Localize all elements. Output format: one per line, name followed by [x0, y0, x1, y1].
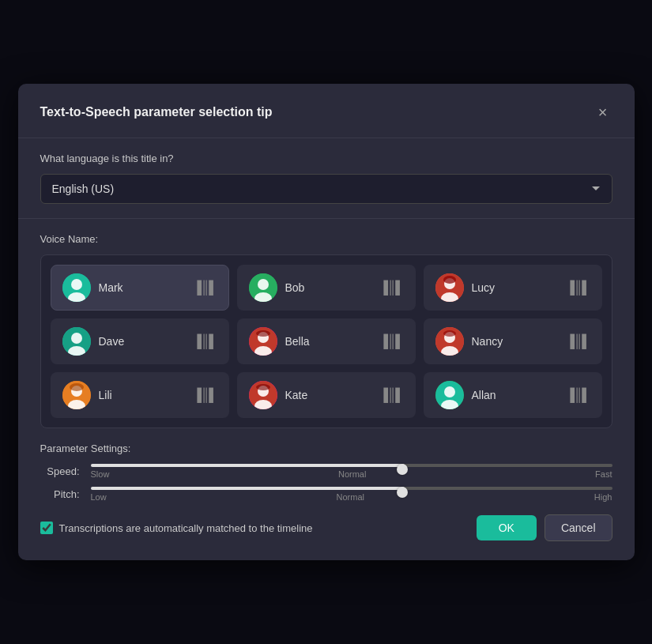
speed-label: Speed: [40, 465, 80, 477]
waveform-lili: ▐║▌ [192, 388, 217, 402]
voice-name-dave: Dave [99, 335, 185, 348]
svg-point-9 [443, 276, 456, 284]
waveform-lucy: ▐║▌ [565, 281, 590, 295]
waveform-bella: ▐║▌ [379, 334, 403, 348]
avatar-bob [249, 273, 277, 302]
waveform-nancy: ▐║▌ [565, 334, 590, 348]
avatar-allan [435, 381, 464, 409]
avatar-dave [62, 327, 91, 356]
speed-ticks: Slow Normal Fast [91, 469, 612, 479]
dialog: Text-to-Speech parameter selection tip ×… [18, 84, 635, 560]
waveform-allan: ▐║▌ [565, 388, 590, 402]
speed-tick-slow: Slow [91, 469, 110, 479]
voice-card-bella[interactable]: Bella ▐║▌ [237, 318, 416, 364]
dialog-footer: Transcriptions are automatically matched… [40, 514, 612, 541]
checkbox-label: Transcriptions are automatically matched… [59, 522, 313, 534]
pitch-row: Pitch: Low Normal High [40, 487, 612, 502]
header-divider [18, 137, 635, 138]
svg-point-16 [256, 330, 270, 337]
svg-point-20 [443, 330, 456, 337]
language-select[interactable]: English (US) English (UK) Spanish French… [40, 174, 612, 204]
voice-name-lucy: Lucy [472, 281, 558, 294]
param-section: Parameter Settings: Speed: Slow Normal F… [40, 443, 612, 502]
svg-point-4 [258, 279, 269, 290]
waveform-dave: ▐║▌ [192, 334, 217, 348]
speed-tick-normal: Normal [338, 469, 366, 479]
speed-tick-fast: Fast [595, 469, 612, 479]
svg-point-24 [70, 383, 84, 391]
waveform-bob: ▐║▌ [379, 281, 403, 295]
avatar-mark [62, 273, 91, 302]
ok-button[interactable]: OK [477, 515, 537, 540]
voice-name-kate: Kate [285, 389, 371, 401]
pitch-tick-high: High [594, 492, 612, 502]
speed-row: Speed: Slow Normal Fast [40, 464, 612, 479]
voice-card-nancy[interactable]: Nancy ▐║▌ [424, 318, 602, 364]
dialog-title: Text-to-Speech parameter selection tip [40, 105, 273, 119]
svg-point-30 [444, 386, 455, 397]
pitch-tick-normal: Normal [337, 492, 364, 502]
voice-card-kate[interactable]: Kate ▐║▌ [237, 372, 416, 418]
section-divider [18, 218, 635, 219]
voice-name-lili: Lili [99, 389, 185, 401]
voice-card-lucy[interactable]: Lucy ▐║▌ [424, 265, 602, 311]
language-question: What language is this title in? [40, 153, 612, 164]
pitch-tick-low: Low [91, 492, 107, 502]
param-section-label: Parameter Settings: [40, 443, 612, 454]
voice-grid-container: Mark ▐║▌ Bob ▐║▌ [40, 254, 612, 428]
avatar-nancy [435, 327, 464, 356]
close-button[interactable]: × [594, 103, 612, 122]
dialog-header: Text-to-Speech parameter selection tip × [40, 103, 612, 122]
avatar-lili [62, 381, 91, 409]
voice-name-bella: Bella [285, 335, 371, 348]
cancel-button[interactable]: Cancel [545, 514, 612, 541]
voice-card-dave[interactable]: Dave ▐║▌ [51, 318, 229, 364]
voice-name-mark: Mark [99, 281, 185, 294]
speed-slider[interactable] [91, 464, 612, 467]
svg-point-1 [71, 279, 82, 290]
waveform-mark: ▐║▌ [192, 281, 217, 295]
pitch-slider[interactable] [91, 487, 612, 490]
waveform-kate: ▐║▌ [379, 388, 403, 402]
pitch-ticks: Low Normal High [91, 492, 612, 502]
avatar-bella [249, 327, 277, 356]
voice-name-bob: Bob [285, 281, 371, 294]
voice-section-label: Voice Name: [40, 233, 612, 245]
pitch-slider-wrap: Low Normal High [91, 487, 612, 502]
voice-card-lili[interactable]: Lili ▐║▌ [51, 372, 229, 418]
auto-match-checkbox[interactable] [40, 522, 53, 534]
svg-point-28 [256, 384, 270, 390]
pitch-label: Pitch: [40, 488, 80, 500]
voice-name-nancy: Nancy [472, 335, 558, 348]
voice-name-allan: Allan [472, 389, 558, 401]
avatar-kate [249, 381, 277, 409]
speed-slider-wrap: Slow Normal Fast [91, 464, 612, 479]
avatar-lucy [435, 273, 464, 302]
voice-card-allan[interactable]: Allan ▐║▌ [424, 372, 602, 418]
voice-card-mark[interactable]: Mark ▐║▌ [51, 265, 229, 311]
voice-card-bob[interactable]: Bob ▐║▌ [237, 265, 416, 311]
checkbox-wrap: Transcriptions are automatically matched… [40, 522, 469, 534]
svg-point-11 [71, 333, 82, 344]
voice-grid: Mark ▐║▌ Bob ▐║▌ [51, 265, 602, 418]
